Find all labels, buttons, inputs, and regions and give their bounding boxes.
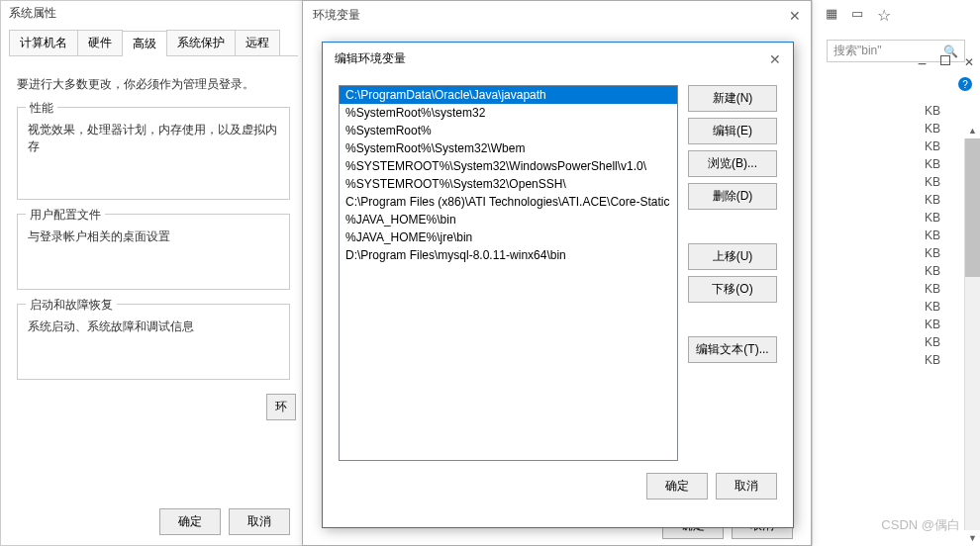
delete-button[interactable]: 删除(D) bbox=[688, 183, 777, 210]
system-properties-dialog: 系统属性 计算机名硬件高级系统保护远程 要进行大多数更改，你必须作为管理员登录。… bbox=[0, 0, 307, 546]
file-row[interactable]: KB bbox=[823, 173, 970, 191]
file-row[interactable]: KB bbox=[823, 227, 970, 244]
path-item[interactable]: %SystemRoot% bbox=[340, 122, 677, 139]
startup-label: 启动和故障恢复 bbox=[26, 297, 117, 314]
file-row[interactable]: KB bbox=[823, 351, 970, 369]
browse-button[interactable]: 浏览(B)... bbox=[688, 150, 777, 177]
move-up-button[interactable]: 上移(U) bbox=[688, 243, 777, 270]
user-profile-fieldset: 用户配置文件 与登录帐户相关的桌面设置 bbox=[17, 214, 290, 290]
file-row[interactable]: KB bbox=[823, 209, 970, 227]
favorite-icon[interactable] bbox=[877, 6, 891, 25]
file-row[interactable]: KB bbox=[823, 191, 970, 209]
user-profile-label: 用户配置文件 bbox=[26, 207, 105, 224]
path-item[interactable]: %JAVA_HOME%\bin bbox=[340, 211, 677, 228]
scroll-thumb[interactable] bbox=[965, 138, 980, 277]
startup-fieldset: 启动和故障恢复 系统启动、系统故障和调试信息 bbox=[17, 304, 290, 380]
search-placeholder: 搜索"bin" bbox=[833, 43, 882, 59]
file-row[interactable]: KB bbox=[823, 155, 970, 173]
window-controls-bg: − ✕ bbox=[918, 55, 974, 73]
cancel-button[interactable]: 取消 bbox=[229, 508, 290, 535]
move-down-button[interactable]: 下移(O) bbox=[688, 276, 777, 303]
performance-fieldset: 性能 视觉效果，处理器计划，内存使用，以及虚拟内存 bbox=[17, 107, 290, 200]
env-vars-button[interactable]: 环 bbox=[266, 394, 296, 420]
edit-text-button[interactable]: 编辑文本(T)... bbox=[688, 336, 777, 363]
tab-4[interactable]: 远程 bbox=[235, 30, 280, 55]
explorer-panel: − ✕ ? 搜索"bin" 🔍 KBKBKBKBKBKBKBKBKBKBKBKB… bbox=[812, 0, 980, 546]
path-item[interactable]: %SystemRoot%\System32\Wbem bbox=[340, 139, 677, 157]
path-list[interactable]: C:\ProgramData\Oracle\Java\javapath%Syst… bbox=[339, 85, 678, 461]
file-row[interactable]: KB bbox=[823, 316, 970, 333]
ok-button[interactable]: 确定 bbox=[159, 508, 221, 535]
edit-env-dialog: 编辑环境变量 ✕ C:\ProgramData\Oracle\Java\java… bbox=[322, 42, 794, 528]
env-vars-titlebar: 环境变量 ✕ bbox=[303, 1, 811, 30]
system-properties-buttons: 确定 取消 bbox=[1, 500, 306, 543]
grid-icon[interactable] bbox=[826, 6, 837, 25]
file-row[interactable]: KB bbox=[823, 262, 970, 280]
edit-env-title: 编辑环境变量 bbox=[335, 50, 406, 67]
browser-toolbar-icons bbox=[826, 6, 891, 25]
tabs: 计算机名硬件高级系统保护远程 bbox=[9, 30, 298, 56]
path-item[interactable]: C:\ProgramData\Oracle\Java\javapath bbox=[340, 86, 677, 104]
minimize-icon[interactable]: − bbox=[918, 55, 927, 73]
close-icon[interactable]: ✕ bbox=[964, 55, 974, 73]
path-item[interactable]: %SystemRoot%\system32 bbox=[340, 104, 677, 122]
maximize-icon[interactable] bbox=[940, 55, 950, 65]
edit-env-footer: 确定 取消 bbox=[323, 461, 793, 511]
file-row[interactable]: KB bbox=[823, 298, 970, 316]
new-button[interactable]: 新建(N) bbox=[688, 85, 777, 112]
scroll-up-icon[interactable]: ▲ bbox=[965, 123, 980, 138]
path-item[interactable]: %SYSTEMROOT%\System32\OpenSSH\ bbox=[340, 175, 677, 193]
env-vars-title: 环境变量 bbox=[313, 7, 360, 24]
edit-button[interactable]: 编辑(E) bbox=[688, 118, 777, 144]
file-row[interactable]: KB bbox=[823, 137, 970, 155]
tab-3[interactable]: 系统保护 bbox=[166, 30, 236, 55]
admin-note: 要进行大多数更改，你必须作为管理员登录。 bbox=[17, 76, 290, 93]
file-size-column: KBKBKBKBKBKBKBKBKBKBKBKBKBKBKB bbox=[823, 102, 970, 369]
tab-1[interactable]: 硬件 bbox=[77, 30, 123, 55]
tab-2[interactable]: 高级 bbox=[122, 31, 167, 56]
user-profile-desc: 与登录帐户相关的桌面设置 bbox=[28, 228, 279, 245]
scroll-down-icon[interactable]: ▼ bbox=[965, 530, 980, 546]
reader-icon[interactable] bbox=[851, 6, 863, 25]
path-item[interactable]: C:\Program Files (x86)\ATI Technologies\… bbox=[340, 193, 677, 211]
file-row[interactable]: KB bbox=[823, 333, 970, 351]
path-item[interactable]: %JAVA_HOME%\jre\bin bbox=[340, 228, 677, 246]
path-item[interactable]: D:\Program Files\mysql-8.0.11-winx64\bin bbox=[340, 246, 677, 264]
performance-label: 性能 bbox=[26, 100, 57, 117]
file-row[interactable]: KB bbox=[823, 280, 970, 298]
file-row[interactable]: KB bbox=[823, 244, 970, 262]
close-icon[interactable]: ✕ bbox=[769, 51, 781, 67]
performance-desc: 视觉效果，处理器计划，内存使用，以及虚拟内存 bbox=[28, 122, 279, 155]
edit-cancel-button[interactable]: 取消 bbox=[716, 473, 777, 500]
edit-buttons-column: 新建(N) 编辑(E) 浏览(B)... 删除(D) 上移(U) 下移(O) 编… bbox=[688, 85, 777, 461]
startup-desc: 系统启动、系统故障和调试信息 bbox=[28, 318, 279, 335]
system-properties-title: 系统属性 bbox=[1, 1, 306, 26]
path-item[interactable]: %SYSTEMROOT%\System32\WindowsPowerShell\… bbox=[340, 157, 677, 175]
watermark: CSDN @偶白 bbox=[881, 516, 960, 534]
edit-env-titlebar: 编辑环境变量 ✕ bbox=[323, 43, 793, 75]
close-icon[interactable]: ✕ bbox=[789, 8, 801, 24]
help-icon[interactable]: ? bbox=[958, 77, 972, 91]
scrollbar[interactable]: ▲ ▼ bbox=[964, 138, 980, 530]
edit-ok-button[interactable]: 确定 bbox=[646, 473, 708, 500]
file-row[interactable]: KB bbox=[823, 120, 970, 137]
file-row[interactable]: KB bbox=[823, 102, 970, 120]
tab-0[interactable]: 计算机名 bbox=[9, 30, 78, 55]
